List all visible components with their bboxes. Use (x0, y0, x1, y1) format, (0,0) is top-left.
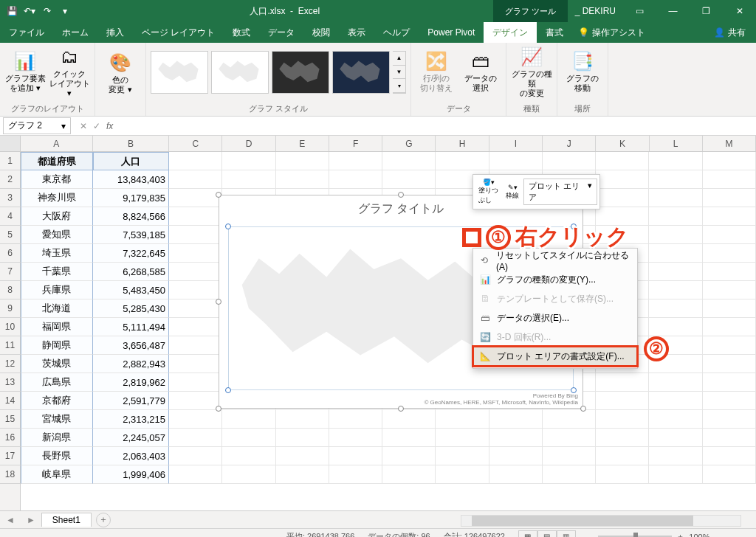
fx-icon[interactable]: fx (106, 121, 113, 131)
cell[interactable] (169, 152, 222, 170)
cell[interactable] (382, 410, 436, 429)
col-header[interactable]: D (222, 136, 275, 151)
cell[interactable] (169, 263, 222, 281)
cell[interactable] (649, 410, 702, 429)
cell[interactable] (489, 152, 543, 170)
cell[interactable]: 兵庫県 (21, 281, 93, 299)
cell[interactable] (703, 152, 756, 170)
cell[interactable]: 人口 (93, 152, 169, 170)
row-header[interactable]: 2 (0, 170, 20, 189)
cell[interactable]: 都道府県 (21, 152, 93, 170)
resize-handle[interactable] (225, 224, 231, 229)
cell[interactable] (169, 226, 222, 244)
tab-data[interactable]: データ (259, 22, 303, 43)
col-header[interactable]: F (329, 136, 382, 151)
resize-handle[interactable] (580, 406, 586, 412)
resize-handle[interactable] (398, 406, 404, 412)
cell[interactable] (489, 410, 543, 429)
tab-insert[interactable]: 挿入 (97, 22, 133, 43)
cell[interactable] (703, 226, 756, 244)
cell[interactable]: 6,268,585 (93, 263, 169, 281)
sheet-nav-prev[interactable]: ◄ (0, 515, 21, 525)
col-header[interactable]: H (436, 136, 489, 151)
sheet-nav-next[interactable]: ► (21, 515, 41, 525)
row-header[interactable]: 11 (0, 336, 20, 355)
cell[interactable]: 京都府 (21, 392, 93, 410)
cell[interactable]: 茨城県 (21, 355, 93, 373)
cell[interactable] (382, 170, 436, 189)
cell[interactable] (169, 410, 222, 429)
row-header[interactable]: 17 (0, 447, 20, 465)
cell[interactable] (489, 465, 543, 484)
cell[interactable]: 7,539,185 (93, 226, 169, 244)
cell[interactable] (222, 465, 275, 484)
cell[interactable]: 福岡県 (21, 318, 93, 336)
row-header[interactable]: 14 (0, 392, 20, 410)
change-colors-button[interactable]: 🎨色の 変更 ▾ (100, 52, 141, 94)
cell[interactable] (329, 429, 382, 447)
cell[interactable] (222, 152, 275, 170)
redo-icon[interactable]: ↷ (41, 5, 53, 17)
cell[interactable] (596, 465, 649, 484)
cell[interactable] (649, 318, 702, 336)
tell-me[interactable]: 💡操作アシスト (572, 22, 654, 43)
cell[interactable] (382, 465, 436, 484)
quick-layout-button[interactable]: 🗂クイック レイアウト ▾ (49, 46, 90, 98)
cell[interactable] (649, 207, 702, 226)
cell[interactable]: 2,245,057 (93, 429, 169, 447)
cell[interactable] (222, 447, 275, 465)
cell[interactable] (436, 410, 489, 429)
cell[interactable] (703, 299, 756, 318)
cell[interactable] (169, 373, 222, 392)
cell[interactable]: 2,819,962 (93, 373, 169, 392)
save-icon[interactable]: 💾 (6, 5, 18, 17)
cell[interactable] (703, 170, 756, 189)
tab-file[interactable]: ファイル (0, 22, 53, 43)
col-header[interactable]: L (650, 136, 703, 151)
cell[interactable]: 13,843,403 (93, 170, 169, 189)
chart-style-1[interactable] (151, 51, 208, 94)
ctx-reset-style[interactable]: ⟲リセットしてスタイルに合わせる(A) (473, 251, 637, 270)
minimize-icon[interactable]: — (656, 0, 690, 22)
row-header[interactable]: 12 (0, 355, 20, 373)
zoom-out-button[interactable]: − (589, 533, 594, 538)
cell[interactable]: 岐阜県 (21, 465, 93, 484)
cell[interactable] (436, 429, 489, 447)
cell[interactable] (649, 152, 702, 170)
cell[interactable] (329, 465, 382, 484)
row-header[interactable]: 10 (0, 318, 20, 336)
row-header[interactable]: 15 (0, 410, 20, 429)
cell[interactable]: 新潟県 (21, 429, 93, 447)
cell[interactable] (276, 170, 329, 189)
cell[interactable]: 宮城県 (21, 410, 93, 429)
cell[interactable] (222, 429, 275, 447)
ribbon-options-icon[interactable]: ▭ (623, 0, 656, 22)
cell[interactable] (169, 429, 222, 447)
row-header[interactable]: 18 (0, 465, 20, 484)
col-header[interactable]: M (703, 136, 756, 151)
enter-formula-icon[interactable]: ✓ (93, 121, 100, 131)
view-pagebreak-button[interactable]: ▥ (557, 530, 576, 538)
cell[interactable] (169, 392, 222, 410)
cell[interactable] (703, 336, 756, 355)
cell[interactable] (596, 392, 649, 410)
cell[interactable] (649, 373, 702, 392)
chevron-down-icon[interactable]: ▾ (61, 121, 66, 131)
cell[interactable] (703, 410, 756, 429)
cell[interactable] (276, 465, 329, 484)
cell[interactable]: 8,824,566 (93, 207, 169, 226)
col-header[interactable]: C (169, 136, 222, 151)
cell[interactable] (649, 244, 702, 263)
cell[interactable] (169, 189, 222, 207)
resize-handle[interactable] (216, 406, 221, 412)
tab-pagelayout[interactable]: ページ レイアウト (133, 22, 224, 43)
cell[interactable] (169, 170, 222, 189)
cell[interactable]: 7,322,645 (93, 244, 169, 263)
cell[interactable] (649, 392, 702, 410)
cell[interactable]: 5,285,430 (93, 299, 169, 318)
cell[interactable] (382, 447, 436, 465)
cell[interactable]: 長野県 (21, 447, 93, 465)
row-header[interactable]: 4 (0, 207, 20, 226)
cell[interactable]: 9,179,835 (93, 189, 169, 207)
element-select[interactable]: プロット エリア▾ (523, 179, 597, 205)
